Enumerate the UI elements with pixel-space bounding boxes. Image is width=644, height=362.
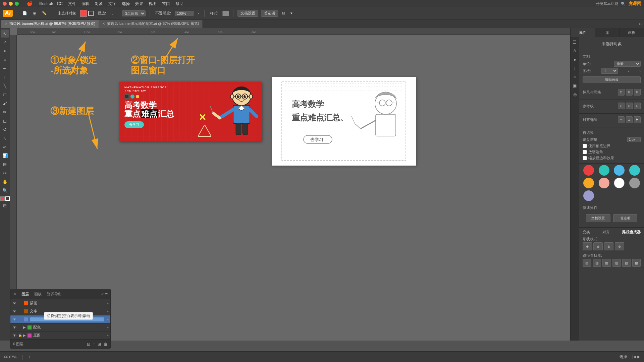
swatch-red[interactable] (583, 165, 594, 176)
layer-vis-text[interactable]: ○ (104, 309, 109, 313)
swatch-purple[interactable] (583, 190, 594, 201)
menu-window[interactable]: 窗口 (162, 1, 170, 7)
panel-collapse-btn[interactable]: « (101, 292, 104, 297)
layer-vis-chua[interactable]: ○ (104, 301, 109, 305)
menu-illustrator[interactable]: Illustrator CC (39, 1, 63, 6)
stroke-swatch-small[interactable] (5, 196, 10, 201)
tab-scroll-left[interactable]: ‹ (639, 21, 640, 26)
layer-vis-colors[interactable]: ○ (104, 325, 109, 329)
rp-artboard-prev[interactable]: ‹ (628, 69, 629, 73)
eraser-tool[interactable]: ◻ (1, 117, 9, 125)
pen-tool[interactable]: ✒ (1, 64, 9, 72)
menu-help[interactable]: 帮助 (175, 1, 183, 7)
artboard-tool[interactable]: ⊟ (1, 160, 9, 168)
rp-pathfinder-link[interactable]: 路径查找器 (622, 230, 641, 235)
pathfinder-btn-3[interactable]: ▦ (602, 259, 611, 267)
rp-align-link[interactable]: 对齐 (602, 230, 610, 235)
layer-eye-chua[interactable]: 👁 (12, 301, 17, 305)
layer-move-up[interactable]: ↑ (93, 342, 95, 347)
layer-expand-original[interactable]: ▶ (23, 334, 26, 337)
layer-lock-original[interactable]: 🔒 (18, 334, 22, 337)
tab-2[interactable]: ✕ 插边风-banner演示稿的副本.ai @ 67% (RGB/GPU 预览) (99, 20, 203, 28)
layer-row-original[interactable]: 👁 🔒 ▶ 原图 ○ (10, 331, 110, 340)
lasso-tool[interactable]: ⌾ (1, 56, 9, 64)
brush-icon[interactable]: ✏️ (41, 10, 48, 16)
ruler-icon-1[interactable]: ⊡ (618, 89, 625, 96)
magic-wand-tool[interactable]: ✦ (1, 47, 9, 55)
zoom-level[interactable]: 66.67% (4, 355, 16, 359)
align-icon-left[interactable]: ⊣ (618, 116, 625, 123)
opacity-arrow[interactable]: › (196, 11, 200, 16)
menu-select[interactable]: 选择 (122, 1, 130, 7)
guides-icon-2[interactable]: ⊞ (626, 103, 633, 109)
rp-appearance-icon[interactable]: ◎ (571, 91, 579, 98)
tab2-close-btn[interactable]: ✕ (102, 22, 105, 25)
pencil-tool[interactable]: ✏ (1, 108, 9, 116)
playback-play[interactable]: ▶ (637, 355, 640, 359)
shape-mode-btn-3[interactable]: ⊗ (604, 242, 613, 250)
align-icon-right[interactable]: ⊢ (634, 116, 641, 123)
hand-tool[interactable]: ✋ (1, 178, 9, 186)
select-tool[interactable]: ↖ (1, 29, 9, 38)
rp-properties-icon[interactable]: ☰ (571, 39, 579, 46)
column-graph-tool[interactable]: 📊 (1, 152, 9, 160)
swatch-teal[interactable] (599, 165, 609, 176)
rp-type-icon[interactable]: A (571, 47, 579, 55)
menu-view[interactable]: 视图 (149, 1, 157, 7)
bp-tab-layers[interactable]: 图层 (21, 292, 29, 297)
shape-mode-btn-2[interactable]: ⊖ (593, 242, 603, 250)
shape-mode-btn-1[interactable]: ⊕ (583, 242, 592, 250)
layer-delete[interactable]: 🗑 (104, 342, 108, 347)
rp-artboard-next[interactable]: › (639, 69, 641, 73)
layer-eye-original[interactable]: 👁 (12, 334, 17, 338)
layer-row-colors[interactable]: 👁 ▶ 配色 ○ (10, 323, 110, 331)
new-doc-icon[interactable]: 📄 (21, 10, 29, 16)
rp-transform-icon[interactable]: ↕ (571, 65, 579, 72)
menu-object[interactable]: 对象 (95, 1, 103, 7)
swatch-pink[interactable] (599, 178, 609, 188)
line-tool[interactable]: ╲ (1, 82, 9, 90)
swatch-orange[interactable] (583, 178, 594, 188)
close-button[interactable] (3, 2, 7, 6)
rp-tab-artboard[interactable]: 画板 (620, 28, 644, 37)
swatch-blue[interactable] (614, 165, 625, 176)
layer-expand-colors[interactable]: ▶ (23, 325, 26, 329)
edit-artboard-btn[interactable]: 编辑画板 (583, 76, 641, 83)
keyboard-increment-input[interactable] (627, 137, 641, 142)
rect-tool[interactable]: □ (1, 90, 9, 99)
rp-circle-icon[interactable]: ● (571, 56, 579, 63)
stroke-style-select[interactable]: 3点圆形 (122, 10, 146, 16)
rp-artboard-select[interactable]: 1 (601, 68, 618, 74)
layer-make-sublayer[interactable]: ⊡ (87, 342, 90, 347)
zoom-tool[interactable]: 🔍 (1, 186, 9, 194)
bp-tab-export[interactable]: 资源导出 (47, 292, 62, 297)
pathfinder-btn-4[interactable]: ▧ (612, 259, 621, 267)
minimize-button[interactable] (9, 2, 13, 6)
qo-doc-settings[interactable]: 文档设置 (586, 214, 610, 222)
rp-pathfinder-icon[interactable]: ▣ (571, 82, 579, 89)
fill-color[interactable] (80, 10, 87, 17)
paintbrush-tool[interactable]: 🖌 (1, 99, 9, 107)
toolbar-icon-2[interactable]: ⊞ (31, 10, 38, 17)
guides-icon-1[interactable]: ⊟ (618, 103, 625, 109)
arrange-arrow[interactable]: ▾ (289, 10, 294, 16)
qo-preferences[interactable]: 首选项 (613, 214, 638, 222)
rp-tab-library[interactable]: 库 (595, 28, 620, 37)
maximize-button[interactable] (15, 2, 19, 6)
search-icon[interactable]: 🔍 (621, 2, 626, 6)
style-preview[interactable] (222, 11, 229, 16)
rp-align-icon[interactable]: ≡ (571, 73, 579, 81)
align-icon-center[interactable]: ⊥ (626, 116, 633, 123)
tab-1[interactable]: ✕ 插边风-banner演示稿.ai @ 66.67% (RGB/GPU 预览) (1, 20, 99, 28)
scale-strokes-checkbox[interactable] (583, 156, 587, 160)
layer-vis-original[interactable]: ○ (104, 334, 109, 337)
ruler-icon-2[interactable]: ⊞ (626, 89, 633, 96)
opacity-input[interactable] (175, 11, 194, 16)
doc-settings-btn[interactable]: 文档设置 (237, 10, 258, 17)
page-number[interactable]: 1 (29, 355, 31, 359)
guides-icon-3[interactable]: ⊡ (634, 103, 641, 109)
playback-start[interactable]: |◀ (632, 355, 636, 359)
blend-tool[interactable]: ∞ (1, 143, 9, 151)
preferences-btn[interactable]: 首选项 (261, 10, 278, 17)
pathfinder-btn-2[interactable]: ▥ (593, 259, 601, 267)
